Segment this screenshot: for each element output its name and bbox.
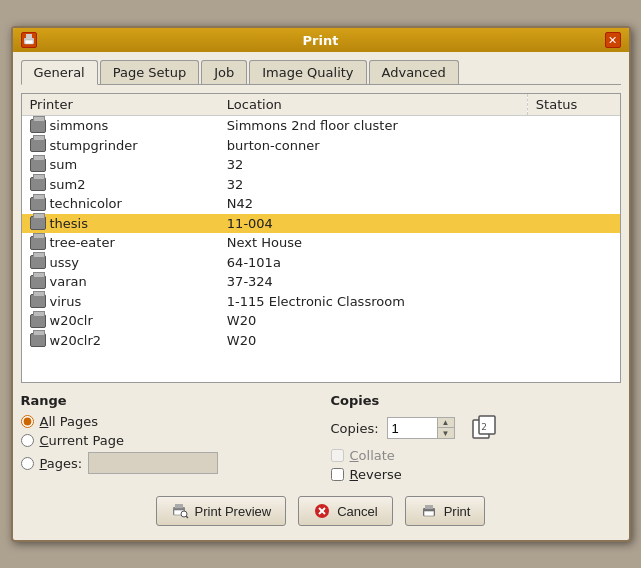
collate-label: Collate [350,448,395,463]
printer-status [527,194,619,214]
printer-icon [30,294,46,308]
printer-list[interactable]: Printer Location Status simmons Simmons … [21,93,621,383]
table-row[interactable]: sum 32 [22,155,620,175]
print-preview-icon [171,502,189,520]
printer-location: burton-conner [219,136,527,156]
printer-icon [30,119,46,133]
printer-status [527,233,619,253]
printer-location: Next House [219,233,527,253]
copies-title: Copies [331,393,621,408]
range-pages-radio[interactable] [21,457,34,470]
tab-advanced[interactable]: Advanced [369,60,459,84]
printer-location: 1-115 Electronic Classroom [219,292,527,312]
close-button[interactable]: ✕ [605,32,621,48]
range-pages-label: Pages: [40,456,83,471]
print-label: Print [444,504,471,519]
cancel-icon [313,502,331,520]
table-row[interactable]: w20clr W20 [22,311,620,331]
tab-job[interactable]: Job [201,60,247,84]
printer-status [527,155,619,175]
svg-rect-1 [26,34,32,38]
action-buttons: Print Preview Cancel [21,496,621,532]
printer-name: varan [22,272,219,292]
copies-spinner: ▲ ▼ [437,417,455,439]
range-all-radio[interactable] [21,415,34,428]
printer-icon [30,333,46,347]
tab-general[interactable]: General [21,60,98,85]
printer-location: 64-101a [219,253,527,273]
printer-icon [30,138,46,152]
printer-icon [30,197,46,211]
printer-icon [30,275,46,289]
printer-status [527,331,619,351]
tab-bar: General Page Setup Job Image Quality Adv… [21,60,621,85]
range-current-page[interactable]: Current Page [21,433,311,448]
printer-name: simmons [22,116,219,136]
pages-input[interactable] [88,452,218,474]
printer-status [527,292,619,312]
copies-decrement[interactable]: ▼ [438,428,454,438]
printer-name: sum2 [22,175,219,195]
range-all-label: All Pages [40,414,99,429]
col-header-location: Location [219,94,527,116]
table-row[interactable]: tree-eater Next House [22,233,620,253]
table-row[interactable]: stumpgrinder burton-conner [22,136,620,156]
printer-small-icon [21,32,37,48]
printer-location: 32 [219,155,527,175]
printer-name: virus [22,292,219,312]
svg-rect-2 [25,40,33,44]
printer-status [527,214,619,234]
reverse-checkbox[interactable] [331,468,344,481]
table-row[interactable]: w20clr2 W20 [22,331,620,351]
table-row[interactable]: ussy 64-101a [22,253,620,273]
printer-status [527,311,619,331]
reverse-label: Reverse [350,467,402,482]
printer-name: w20clr2 [22,331,219,351]
copies-increment[interactable]: ▲ [438,418,454,428]
copies-options: Collate Reverse [331,448,621,482]
printer-name: technicolor [22,194,219,214]
table-row[interactable]: sum2 32 [22,175,620,195]
printer-name: tree-eater [22,233,219,253]
printer-location: N42 [219,194,527,214]
range-current-radio[interactable] [21,434,34,447]
svg-rect-15 [425,505,433,509]
table-row[interactable]: simmons Simmons 2nd floor cluster [22,116,620,136]
col-header-printer: Printer [22,94,219,116]
table-row[interactable]: technicolor N42 [22,194,620,214]
printer-name: thesis [22,214,219,234]
copies-section: Copies Copies: 1 ▲ ▼ [331,393,621,482]
print-button[interactable]: Print [405,496,486,526]
cancel-button[interactable]: Cancel [298,496,392,526]
printer-icon [30,255,46,269]
cancel-label: Cancel [337,504,377,519]
print-dialog: Print ✕ General Page Setup Job Image Qua… [11,26,631,542]
copies-input[interactable]: 1 [387,417,437,439]
range-pages[interactable]: Pages: [21,452,311,474]
reverse-option[interactable]: Reverse [331,467,621,482]
titlebar: Print ✕ [13,28,629,52]
copies-icon: 2 [471,414,499,442]
printer-status [527,116,619,136]
printer-name: w20clr [22,311,219,331]
table-row[interactable]: varan 37-324 [22,272,620,292]
printer-icon [30,314,46,328]
printer-status [527,136,619,156]
print-preview-button[interactable]: Print Preview [156,496,287,526]
collate-checkbox[interactable] [331,449,344,462]
printer-location: 37-324 [219,272,527,292]
svg-line-10 [186,516,188,518]
svg-rect-7 [175,504,183,508]
range-current-label: Current Page [40,433,124,448]
table-row[interactable]: virus 1-115 Electronic Classroom [22,292,620,312]
tab-page-setup[interactable]: Page Setup [100,60,199,84]
range-all-pages[interactable]: All Pages [21,414,311,429]
range-title: Range [21,393,311,408]
svg-rect-16 [424,511,434,516]
printer-location: W20 [219,331,527,351]
table-row[interactable]: thesis 11-004 [22,214,620,234]
tab-image-quality[interactable]: Image Quality [249,60,366,84]
printer-location: 11-004 [219,214,527,234]
printer-status [527,272,619,292]
collate-option[interactable]: Collate [331,448,621,463]
